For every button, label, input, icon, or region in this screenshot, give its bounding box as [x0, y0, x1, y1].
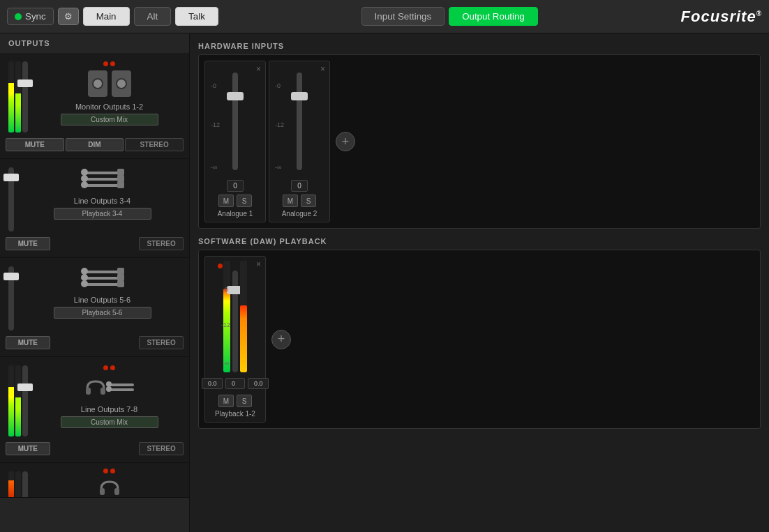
- outputs-header: OUTPUTS: [0, 33, 189, 53]
- s-btn-analogue-2[interactable]: S: [301, 195, 316, 207]
- value-row-playback-1-2: 0.0 0 0.0: [202, 375, 269, 392]
- svg-rect-2: [100, 488, 105, 495]
- stereo-btn-line-3-4[interactable]: STEREO: [139, 237, 184, 250]
- ms-btns-playback-1-2: M S: [218, 395, 252, 407]
- assign-line-7-8[interactable]: Custom Mix: [61, 416, 158, 428]
- gear-button[interactable]: ⚙: [58, 8, 79, 25]
- output-controls-line-5-6: MUTE STEREO: [6, 333, 184, 351]
- m-btn-analogue-2[interactable]: M: [283, 195, 298, 207]
- output-card-line-7-8: Line Outputs 7-8 Custom Mix MUTE STEREO: [0, 357, 189, 463]
- partial-headphone-icon: [98, 478, 121, 497]
- db-label-inf-analogue-1: -∞: [211, 164, 217, 171]
- clip-left: [103, 61, 108, 66]
- value-box-analogue-1[interactable]: 0: [227, 180, 244, 192]
- strip-name-analogue-1: Analogue 1: [218, 210, 253, 218]
- s-btn-playback-1-2[interactable]: S: [237, 395, 252, 407]
- add-hardware-input-button[interactable]: +: [336, 132, 355, 151]
- db-label-0-analogue-1: -0: [211, 82, 216, 89]
- db-label-inf-analogue-2: -∞: [275, 164, 281, 171]
- tab-talk[interactable]: Talk: [175, 7, 218, 26]
- level-indicators-7-8: [103, 365, 115, 370]
- strip-name-playback-1-2: Playback 1-2: [215, 410, 255, 418]
- outputs-panel: OUTPUTS: [0, 33, 190, 532]
- db-label-12-analogue-1: -12: [211, 121, 220, 128]
- mute-btn-line-5-6[interactable]: MUTE: [6, 336, 50, 349]
- mute-btn-monitor[interactable]: MUTE: [6, 138, 64, 151]
- value-center-playback-1-2[interactable]: 0: [225, 378, 245, 389]
- output-card-line-3-4: Line Outputs 3-4 Playback 3-4 MUTE STERE…: [0, 159, 189, 258]
- fader-track-analogue-1[interactable]: [232, 73, 238, 170]
- channel-strip-playback-1-2: × -0 -12: [204, 256, 266, 423]
- fader-playback-1-2[interactable]: -0 -12 -∞: [232, 271, 238, 372]
- output-controls-line-7-8: MUTE STEREO: [6, 439, 184, 457]
- svg-rect-0: [86, 388, 91, 395]
- dim-btn-monitor[interactable]: DIM: [66, 138, 124, 151]
- mute-btn-line-7-8[interactable]: MUTE: [6, 442, 50, 455]
- channel-strip-analogue-1: × -0 -12 -∞ 0 M S Analogue 1: [204, 61, 266, 222]
- tab-input-settings[interactable]: Input Settings: [361, 7, 445, 26]
- sw-meter-fader-playback-1-2: -0 -12 -∞: [209, 261, 261, 372]
- assign-line-3-4[interactable]: Playback 3-4: [54, 208, 151, 220]
- add-software-playback-button[interactable]: +: [271, 330, 291, 349]
- output-card-partial: [0, 463, 189, 498]
- sync-indicator: [15, 13, 22, 20]
- value-left-playback-1-2[interactable]: 0.0: [202, 378, 223, 389]
- tab-main-label: Main: [96, 11, 117, 22]
- assign-line-5-6[interactable]: Playback 5-6: [54, 307, 151, 319]
- fader-area-analogue-1: -0 -12 -∞: [209, 66, 261, 177]
- line-connector-icon: [85, 167, 120, 191]
- output-name-line-5-6: Line Outputs 5-6: [74, 296, 130, 304]
- fader-thumb-analogue-1[interactable]: [227, 92, 244, 100]
- fader-track-analogue-2[interactable]: [297, 73, 302, 170]
- level-indicators-partial: [103, 469, 115, 473]
- sync-button[interactable]: Sync: [7, 8, 54, 25]
- channel-strip-analogue-2: × -0 -12 -∞ 0 M S Analogue 2: [269, 61, 330, 222]
- stereo-btn-line-5-6[interactable]: STEREO: [139, 336, 184, 349]
- svg-rect-1: [100, 388, 105, 395]
- tab-alt[interactable]: Alt: [134, 7, 172, 26]
- db-label-0-analogue-2: -0: [275, 82, 281, 89]
- tab-talk-label: Talk: [188, 11, 205, 22]
- tab-alt-label: Alt: [147, 11, 158, 22]
- tab-output-routing[interactable]: Output Routing: [449, 7, 538, 26]
- output-card-monitor-1-2: Monitor Outputs 1-2 Custom Mix MUTE DIM …: [0, 53, 189, 159]
- sync-label: Sync: [25, 11, 46, 22]
- output-name-line-3-4: Line Outputs 3-4: [74, 197, 130, 205]
- s-btn-analogue-1[interactable]: S: [237, 195, 252, 207]
- focusrite-logo: Focusrite®: [681, 8, 762, 26]
- headphone-line-icon: [84, 374, 134, 400]
- ms-btns-analogue-2: M S: [283, 195, 316, 207]
- ms-btns-analogue-1: M S: [218, 195, 252, 207]
- stereo-btn-line-7-8[interactable]: STEREO: [139, 442, 184, 455]
- m-btn-playback-1-2[interactable]: M: [218, 395, 234, 407]
- tab-main[interactable]: Main: [83, 7, 130, 26]
- tab-output-routing-label: Output Routing: [462, 11, 525, 22]
- hardware-inputs-header: HARDWARE INPUTS: [198, 42, 761, 50]
- assign-monitor-1-2[interactable]: Custom Mix: [61, 114, 158, 126]
- line-connector-icon-5-6: [85, 266, 120, 290]
- right-panel: HARDWARE INPUTS × -0 -12 -∞ 0 M S: [190, 33, 769, 532]
- output-controls-line-3-4: MUTE STEREO: [6, 234, 184, 252]
- stereo-btn-monitor[interactable]: STEREO: [125, 138, 184, 151]
- value-right-playback-1-2[interactable]: 0.0: [248, 378, 269, 389]
- value-box-analogue-2[interactable]: 0: [291, 180, 308, 192]
- output-controls-monitor: MUTE DIM STEREO: [6, 135, 184, 153]
- fader-thumb-analogue-2[interactable]: [291, 92, 308, 100]
- speaker-icon: [88, 70, 131, 97]
- output-name-monitor-1-2: Monitor Outputs 1-2: [75, 102, 143, 111]
- hardware-inputs-container: × -0 -12 -∞ 0 M S Analogue 1 ×: [198, 54, 761, 229]
- topbar: Sync ⚙ Main Alt Talk Input Settings Outp…: [0, 0, 769, 33]
- tab-input-settings-label: Input Settings: [375, 11, 432, 22]
- software-playback-header: SOFTWARE (DAW) PLAYBACK: [198, 237, 761, 245]
- clip-right-7-8: [110, 365, 115, 370]
- meter-right-playback-1-2: [240, 261, 247, 372]
- m-btn-analogue-1[interactable]: M: [218, 195, 234, 207]
- output-name-line-7-8: Line Outputs 7-8: [81, 405, 137, 413]
- headphone-icon: [84, 377, 107, 397]
- svg-rect-3: [114, 488, 119, 495]
- fader-area-analogue-2: -0 -12 -∞: [274, 66, 325, 177]
- output-card-line-5-6: Line Outputs 5-6 Playback 5-6 MUTE STERE…: [0, 258, 189, 357]
- mute-btn-line-3-4[interactable]: MUTE: [6, 237, 50, 250]
- software-playback-container: × -0 -12: [198, 250, 761, 429]
- main-content: OUTPUTS: [0, 33, 769, 532]
